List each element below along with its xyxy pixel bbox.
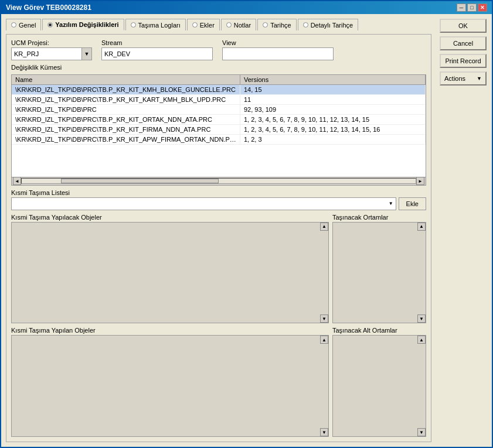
horizontal-scrollbar[interactable]: ◄ ► — [12, 177, 426, 185]
row-versions: 1, 2, 3, 4, 5, 6, 7, 8, 9, 10, 11, 12, 1… — [240, 115, 426, 124]
row-name: \KR\KRD_IZL_TKP\DB\PRC — [12, 105, 240, 114]
tab-radio-genel — [11, 22, 16, 28]
kismi-yapilacak-box[interactable]: ▲ ▼ — [11, 222, 329, 324]
scroll-left-arrow[interactable]: ◄ — [13, 177, 21, 185]
cancel-button[interactable]: Cancel — [440, 36, 487, 50]
scroll-down-icon[interactable]: ▼ — [320, 314, 328, 323]
window-title: View Görev TEB00028281 — [6, 4, 91, 12]
scroll-up-icon[interactable]: ▲ — [320, 223, 328, 231]
table-row[interactable]: \KR\KRD_IZL_TKP\DB\PRC\TB.P_KR_KIT_FIRMA… — [12, 125, 426, 135]
ucm-group: UCM Projesi: ▼ — [11, 39, 92, 60]
tasinacak-ortamlar-box[interactable]: ▲ ▼ — [332, 222, 426, 324]
minimize-button[interactable]: ─ — [457, 4, 466, 12]
row-versions: 1, 2, 3 — [240, 135, 426, 144]
combo-arrow-icon: ▼ — [389, 201, 393, 206]
kismi-yapilan-label: Kısmi Taşıma Yapılan Objeler — [11, 327, 329, 334]
scroll-up-ortam-icon[interactable]: ▲ — [417, 223, 426, 231]
ucm-combo[interactable]: ▼ — [11, 47, 92, 60]
tab-notlar-label: Notlar — [234, 22, 251, 29]
tab-ekler[interactable]: Ekler — [187, 19, 220, 30]
close-button[interactable]: ✕ — [478, 4, 487, 12]
scroll-down-alt-icon[interactable]: ▼ — [417, 428, 426, 436]
main-panel: Genel Yazılım Değişiklikleri Taşıma Logl… — [1, 14, 436, 447]
title-bar-buttons: ─ □ ✕ — [457, 4, 487, 12]
scroll-down-ortam-icon[interactable]: ▼ — [417, 314, 426, 323]
kismi-tasima-combo[interactable]: ▼ — [11, 197, 396, 210]
ok-button[interactable]: OK — [440, 19, 487, 33]
tab-radio-tarihce — [263, 22, 268, 28]
tasinacak-alt-panel: Taşınacak Alt Ortamlar ▲ ▼ — [332, 327, 426, 437]
stream-input[interactable]: KR_DEV — [101, 47, 213, 60]
table-row[interactable]: \KR\KRD_IZL_TKP\DB\PRC\TB.P_KR_KIT_KART_… — [12, 95, 426, 105]
stream-label: Stream — [101, 39, 213, 46]
row-versions: 1, 2, 3, 4, 5, 6, 7, 8, 9, 10, 11, 12, 1… — [240, 125, 426, 134]
right-panel: OK Cancel Print Record Actions ▼ — [436, 14, 492, 447]
tasinacak-ortamlar-panel: Taşınacak Ortamlar ▲ ▼ — [332, 214, 426, 324]
tab-detayli-label: Detaylı Tarihçe — [311, 22, 353, 29]
tab-genel[interactable]: Genel — [6, 19, 41, 30]
tab-radio-ekler — [192, 22, 198, 28]
panels-row-2: Kısmi Taşıma Yapılan Objeler ▲ ▼ Taşınac… — [11, 327, 426, 437]
table-row[interactable]: \KR\KRD_IZL_TKP\DB\PRC\TB.P_KR_KIT_APW_F… — [12, 135, 426, 145]
tab-notlar[interactable]: Notlar — [221, 19, 256, 30]
kismi-tasima-label: Kısmi Taşıma Listesi — [11, 189, 426, 196]
view-input[interactable] — [222, 47, 334, 60]
col-name-header: Name — [12, 75, 240, 84]
view-label: View — [222, 39, 334, 46]
tab-ekler-label: Ekler — [200, 22, 215, 29]
kismi-yapilan-panel: Kısmi Taşıma Yapılan Objeler ▲ ▼ — [11, 327, 329, 437]
tab-radio-yazilim — [47, 22, 53, 28]
title-bar: View Görev TEB00028281 ─ □ ✕ — [1, 1, 492, 14]
tab-tasima-label: Taşıma Logları — [138, 22, 181, 29]
table-row[interactable]: \KR\KRD_IZL_TKP\DB\PRC\TB.P_KR_KIT_ORTAK… — [12, 115, 426, 125]
tab-tarihce-label: Tarihçe — [270, 22, 291, 29]
ucm-combo-arrow[interactable]: ▼ — [81, 47, 92, 60]
table-row[interactable]: \KR\KRD_IZL_TKP\DB\PRC\TB.P_KR_KIT_KMH_B… — [12, 85, 426, 95]
row-versions: 11 — [240, 95, 426, 104]
row-versions: 14, 15 — [240, 85, 426, 94]
panels-row-1: Kısmi Taşıma Yapılacak Objeler ▲ ▼ Taşın… — [11, 214, 426, 324]
tab-content: UCM Projesi: ▼ Stream KR_DEV View — [6, 34, 431, 442]
kismi-tasima-row: Kısmi Taşıma Listesi ▼ Ekle — [11, 189, 426, 210]
tab-bar: Genel Yazılım Değişiklikleri Taşıma Logl… — [6, 19, 431, 30]
actions-button[interactable]: Actions ▼ — [440, 71, 487, 86]
ekle-button[interactable]: Ekle — [399, 197, 426, 210]
tasinacak-alt-box[interactable]: ▲ ▼ — [332, 335, 426, 437]
ucm-label: UCM Projesi: — [11, 39, 92, 46]
scroll-down-yapilan-icon[interactable]: ▼ — [320, 428, 328, 436]
content-area: Genel Yazılım Değişiklikleri Taşıma Logl… — [1, 14, 492, 447]
kismi-yapilan-box[interactable]: ▲ ▼ — [11, 335, 329, 437]
row-versions: 92, 93, 109 — [240, 105, 426, 114]
tab-yazilim[interactable]: Yazılım Değişiklikleri — [42, 19, 124, 30]
scrollbar-track[interactable] — [21, 178, 416, 184]
row-name: \KR\KRD_IZL_TKP\DB\PRC\TB.P_KR_KIT_KART_… — [12, 95, 240, 104]
actions-arrow-icon: ▼ — [477, 76, 482, 81]
row-name: \KR\KRD_IZL_TKP\DB\PRC\TB.P_KR_KIT_ORTAK… — [12, 115, 240, 124]
row-name: \KR\KRD_IZL_TKP\DB\PRC\TB.P_KR_KIT_KMH_B… — [12, 85, 240, 94]
scroll-right-arrow[interactable]: ► — [416, 177, 424, 185]
table-header: Name Versions — [12, 75, 426, 85]
row-name: \KR\KRD_IZL_TKP\DB\PRC\TB.P_KR_KIT_FIRMA… — [12, 125, 240, 134]
scroll-up-alt-icon[interactable]: ▲ — [417, 336, 426, 344]
scroll-up-yapilan-icon[interactable]: ▲ — [320, 336, 328, 344]
print-record-button[interactable]: Print Record — [440, 54, 487, 68]
row-name: \KR\KRD_IZL_TKP\DB\PRC\TB.P_KR_KIT_APW_F… — [12, 135, 240, 144]
maximize-button[interactable]: □ — [467, 4, 477, 12]
tab-radio-tasima — [131, 22, 136, 28]
tasinacak-ortamlar-label: Taşınacak Ortamlar — [332, 214, 426, 221]
tab-radio-notlar — [226, 22, 232, 28]
table-row[interactable]: \KR\KRD_IZL_TKP\DB\PRC 92, 93, 109 — [12, 105, 426, 115]
col-versions-header: Versions — [240, 75, 426, 84]
tab-yazilim-label: Yazılım Değişiklikleri — [55, 21, 118, 28]
file-table: Name Versions \KR\KRD_IZL_TKP\DB\PRC\TB.… — [11, 74, 426, 186]
tab-detayli[interactable]: Detaylı Tarihçe — [298, 19, 359, 30]
stream-group: Stream KR_DEV — [101, 39, 213, 60]
scrollbar-thumb[interactable] — [61, 179, 219, 183]
table-body: \KR\KRD_IZL_TKP\DB\PRC\TB.P_KR_KIT_KMH_B… — [12, 85, 426, 177]
tab-tarihce[interactable]: Tarihçe — [257, 19, 296, 30]
main-window: View Görev TEB00028281 ─ □ ✕ Genel Yazıl… — [0, 0, 493, 448]
tasinacak-alt-label: Taşınacak Alt Ortamlar — [332, 327, 426, 334]
tab-tasima[interactable]: Taşıma Logları — [125, 19, 186, 30]
tab-genel-label: Genel — [19, 22, 36, 29]
ucm-input[interactable] — [11, 47, 81, 60]
